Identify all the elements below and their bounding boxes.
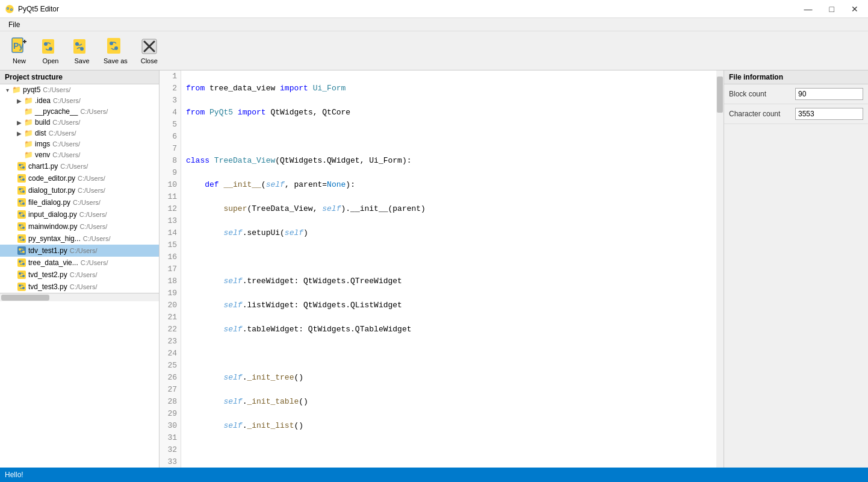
file-menu[interactable]: File [4,19,25,30]
sidebar-item-path-file-dialog: C:/Users/ [73,199,101,206]
sidebar-item-dialog-tutor[interactable]: dialog_tutor.py C:/Users/ [0,184,159,196]
folder-icon-dist: 📁 [24,129,33,137]
save-button[interactable]: Save [67,34,96,67]
svg-text:Py: Py [13,41,23,51]
save-as-label: Save as [104,57,128,64]
maximize-button[interactable]: □ [825,3,839,15]
new-icon: Py [10,37,29,56]
svg-rect-51 [17,283,26,291]
title-bar: PyQt5 Editor — □ ✕ [0,0,868,18]
folder-icon-pyqt5: 📁 [12,86,21,94]
right-panel: File information Block count 90 Characte… [724,70,868,468]
sidebar-item-tvd-test2[interactable]: tvd_test2.py C:/Users/ [0,269,159,281]
sidebar-item-mainwindow[interactable]: mainwindow.py C:/Users/ [0,221,159,233]
line-numbers: 12345 678910 1112131415 1617181920 21222… [160,70,181,468]
sidebar-item-venv[interactable]: ▶ 📁 venv C:/Users/ [0,149,159,160]
sidebar-header: Project structure [0,70,159,84]
expand-arrow-pyqt5: ▾ [2,87,12,93]
sidebar-item-path-venv: C:/Users/ [52,151,80,158]
save-as-icon [106,37,125,56]
sidebar-item-path-chart1: C:/Users/ [60,163,88,170]
sidebar-item-label-pyqt5: pyqt5 [23,86,40,94]
sidebar-item-label-idea: .idea [35,96,51,105]
title-bar-left: PyQt5 Editor [5,4,59,14]
open-icon [41,37,60,56]
sidebar-item-file-dialog[interactable]: file_dialog.py C:/Users/ [0,196,159,208]
sidebar-item-path-pycache: C:/Users/ [80,108,108,115]
sidebar-item-tvd-test3[interactable]: tvd_test3.py C:/Users/ [0,281,159,293]
minimize-button[interactable]: — [799,3,817,15]
sidebar-item-pycache[interactable]: ▶ 📁 __pycache__ C:/Users/ [0,106,159,117]
char-count-row: Character count 3553 [724,104,868,124]
sidebar-item-code-editor[interactable]: code_editor.py C:/Users/ [0,172,159,184]
editor-scrollbar-thumb[interactable] [717,77,723,113]
svg-rect-12 [73,39,85,54]
sidebar: Project structure ▾ 📁 pyqt5 C:/Users/ ▶ … [0,70,160,468]
sidebar-item-path-tdv-test1: C:/Users/ [70,247,98,254]
save-icon [72,37,91,56]
close-icon [140,37,159,56]
new-button[interactable]: Py New [5,34,34,67]
sidebar-item-path-pyqt5: C:/Users/ [43,86,70,93]
folder-icon-pycache: 📁 [24,107,33,116]
sidebar-item-path-build: C:/Users/ [52,119,80,126]
sidebar-item-path-tree-data: C:/Users/ [81,259,108,266]
menu-bar: File [0,18,868,31]
sidebar-item-path-code-editor: C:/Users/ [78,175,105,182]
sidebar-item-tree-data[interactable]: tree_data_vie... C:/Users/ [0,257,159,269]
sidebar-item-imgs[interactable]: ▶ 📁 imgs C:/Users/ [0,139,159,149]
code-editor[interactable]: 12345 678910 1112131415 1617181920 21222… [160,70,724,468]
sidebar-item-input-dialog[interactable]: input_dialog.py C:/Users/ [0,208,159,221]
sidebar-item-chart1[interactable]: chart1.py C:/Users/ [0,160,159,172]
python-file-icon-7 [17,234,26,243]
svg-rect-45 [17,258,26,267]
sidebar-item-label-code-editor: code_editor.py [28,174,75,183]
sidebar-item-pyqt5[interactable]: ▾ 📁 pyqt5 C:/Users/ [0,84,159,95]
sidebar-item-idea[interactable]: ▶ 📁 .idea C:/Users/ [0,95,159,106]
sidebar-item-label-tvd-test2: tvd_test2.py [28,271,67,279]
open-button[interactable]: Open [36,34,65,67]
save-as-button[interactable]: Save as [99,34,132,67]
folder-icon-idea: 📁 [24,96,33,105]
close-button[interactable]: Close [135,34,164,67]
folder-icon-imgs: 📁 [24,140,33,148]
expand-arrow-build: ▶ [14,119,24,126]
expand-arrow-dist: ▶ [14,130,24,137]
svg-rect-9 [42,39,54,54]
svg-rect-15 [107,38,120,54]
sidebar-item-label-build: build [35,118,50,127]
sidebar-item-path-tvd-test3: C:/Users/ [70,283,98,290]
save-label: Save [74,57,89,64]
sidebar-item-label-imgs: imgs [35,140,50,148]
sidebar-item-path-tvd-test2: C:/Users/ [70,271,98,278]
sidebar-horizontal-scrollbar[interactable] [0,293,159,301]
python-file-icon-8 [17,258,26,268]
char-count-label: Character count [729,110,795,118]
sidebar-item-path-py-syntax: C:/Users/ [83,235,111,242]
sidebar-hscroll-thumb[interactable] [1,295,49,301]
title-bar-controls: — □ ✕ [799,3,863,15]
sidebar-item-dist[interactable]: ▶ 📁 dist C:/Users/ [0,128,159,139]
block-count-row: Block count 90 [724,84,868,104]
app-title: PyQt5 Editor [18,5,59,13]
folder-icon-venv: 📁 [24,151,33,159]
code-text[interactable]: from tree_data_view import Ui_Form from … [181,70,724,468]
sidebar-item-label-tvd-test3: tvd_test3.py [28,283,67,291]
svg-rect-39 [17,234,26,243]
editor-scrollbar[interactable] [716,70,724,468]
sidebar-item-py-syntax[interactable]: py_syntax_hig... C:/Users/ [0,233,159,245]
svg-rect-48 [17,271,26,279]
folder-icon-build: 📁 [24,118,33,127]
sidebar-item-label-venv: venv [35,151,50,159]
sidebar-item-build[interactable]: ▶ 📁 build C:/Users/ [0,117,159,128]
svg-point-4 [11,9,11,10]
svg-rect-33 [17,210,26,219]
main-layout: Project structure ▾ 📁 pyqt5 C:/Users/ ▶ … [0,70,868,468]
python-file-icon-5 [17,210,26,219]
block-count-value: 90 [795,88,863,100]
sidebar-item-tdv-test1[interactable]: tdv_test1.py C:/Users/ [0,245,159,257]
python-file-icon-selected [17,246,26,255]
app-icon [5,4,14,14]
close-window-button[interactable]: ✕ [846,3,863,15]
code-content[interactable]: 12345 678910 1112131415 1617181920 21222… [160,70,724,468]
